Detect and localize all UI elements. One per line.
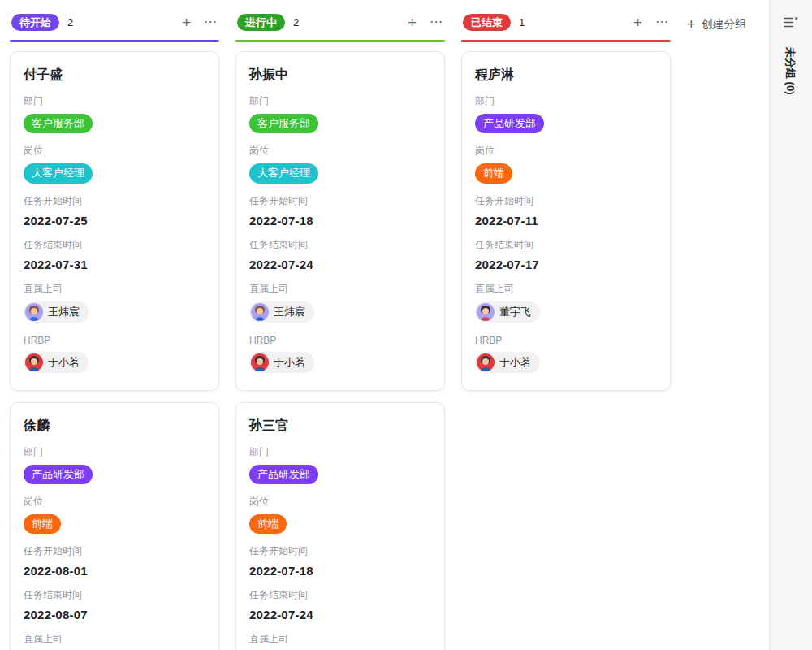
position-tag: 前端 [475, 163, 512, 183]
avatar-shirt [254, 317, 266, 321]
field-supervisor: 直属上司 董宇飞 [24, 632, 205, 650]
field-label: 部门 [249, 94, 431, 108]
person-chip: 于小茗 [475, 352, 540, 373]
avatar [477, 353, 495, 371]
more-options-button[interactable]: ⋯ [655, 15, 669, 28]
person-name: 王炜宸 [48, 305, 80, 319]
field-department: 部门 客户服务部 [24, 94, 205, 133]
field-task-end: 任务结束时间 2022-07-24 [249, 238, 431, 271]
avatar [251, 353, 269, 371]
field-label: 任务结束时间 [249, 238, 431, 252]
more-options-button[interactable]: ⋯ [430, 15, 443, 28]
department-tag: 产品研发部 [24, 465, 93, 484]
field-task-start: 任务开始时间 2022-07-18 [249, 194, 431, 228]
field-label: 任务结束时间 [24, 588, 205, 602]
person-chip: 于小茗 [249, 352, 314, 373]
task-start-date: 2022-07-25 [24, 214, 205, 228]
column-status-badge[interactable]: 待开始 [11, 14, 59, 31]
task-start-date: 2022-07-18 [249, 564, 431, 578]
department-tag: 客户服务部 [24, 114, 93, 133]
column-color-bar [461, 40, 671, 42]
field-label: 直属上司 [475, 282, 657, 296]
card-title: 程庐淋 [475, 67, 657, 84]
field-position: 岗位 大客户经理 [24, 144, 205, 183]
field-department: 部门 产品研发部 [475, 94, 657, 133]
avatar-shirt [28, 317, 40, 321]
column-color-bar [235, 40, 445, 42]
ungrouped-label[interactable]: 未分组 (0) [783, 47, 797, 95]
field-department: 部门 客户服务部 [249, 94, 431, 133]
field-label: 岗位 [249, 495, 431, 509]
add-card-button[interactable]: + [633, 15, 642, 30]
field-label: 任务开始时间 [475, 194, 657, 208]
add-card-button[interactable]: + [408, 15, 417, 30]
department-tag: 客户服务部 [249, 114, 318, 133]
field-label: 岗位 [24, 495, 205, 509]
field-task-end: 任务结束时间 2022-07-24 [249, 588, 431, 622]
avatar-shirt [480, 317, 491, 321]
more-options-button[interactable]: ⋯ [204, 15, 218, 28]
task-start-date: 2022-07-11 [475, 214, 657, 228]
field-position: 岗位 前端 [249, 495, 431, 534]
field-label: 直属上司 [24, 282, 205, 296]
card-title: 付子盛 [24, 67, 205, 84]
avatar-face [257, 358, 263, 365]
task-end-date: 2022-07-24 [249, 608, 431, 622]
field-supervisor: 直属上司 董宇飞 [249, 632, 431, 650]
field-label: 部门 [249, 445, 431, 459]
column-color-bar [10, 40, 219, 42]
kanban-card[interactable]: 孙三官 部门 产品研发部 岗位 前端 任务开始时间 2022-07-18 任务结… [235, 402, 445, 650]
field-label: 任务开始时间 [249, 544, 431, 558]
field-supervisor: 直属上司 王炜宸 [24, 282, 205, 324]
field-label: HRBP [475, 335, 657, 346]
field-label: HRBP [24, 335, 205, 346]
avatar-shirt [480, 367, 491, 371]
avatar [25, 303, 43, 321]
create-group-button[interactable]: + 创建分组 [687, 17, 747, 32]
position-tag: 前端 [24, 514, 61, 534]
card-title: 孙振中 [249, 67, 431, 84]
field-hrbp: HRBP 于小茗 [24, 335, 205, 375]
collapse-list-icon[interactable] [783, 15, 799, 29]
department-tag: 产品研发部 [475, 114, 544, 133]
field-label: 部门 [24, 445, 205, 459]
position-tag: 大客户经理 [249, 163, 318, 183]
person-name: 于小茗 [48, 355, 80, 370]
card-list: 程庐淋 部门 产品研发部 岗位 前端 任务开始时间 2022-07-11 任务结… [461, 51, 671, 391]
column-status-badge[interactable]: 进行中 [237, 14, 285, 31]
field-hrbp: HRBP 于小茗 [475, 335, 657, 375]
person-name: 于小茗 [499, 355, 531, 370]
kanban-card[interactable]: 徐麟 部门 产品研发部 岗位 前端 任务开始时间 2022-08-01 任务结束… [10, 402, 219, 650]
field-task-start: 任务开始时间 2022-07-18 [249, 544, 431, 578]
kanban-card[interactable]: 程庐淋 部门 产品研发部 岗位 前端 任务开始时间 2022-07-11 任务结… [461, 51, 671, 391]
column-status-badge[interactable]: 已结束 [463, 14, 511, 31]
person-chip: 王炜宸 [249, 301, 314, 323]
field-label: HRBP [249, 335, 431, 346]
plus-icon: + [687, 17, 696, 32]
column-count: 2 [67, 16, 73, 28]
avatar-shirt [28, 367, 40, 371]
add-card-button[interactable]: + [182, 15, 191, 30]
field-label: 任务结束时间 [24, 238, 205, 252]
field-label: 部门 [475, 94, 657, 108]
field-label: 岗位 [475, 144, 657, 158]
task-start-date: 2022-07-18 [249, 214, 431, 228]
column-count: 1 [519, 16, 525, 28]
task-start-date: 2022-08-01 [24, 564, 205, 578]
position-tag: 大客户经理 [24, 163, 93, 183]
field-label: 任务开始时间 [249, 194, 431, 208]
field-label: 直属上司 [24, 632, 205, 646]
field-label: 岗位 [24, 144, 205, 158]
avatar-face [31, 358, 37, 365]
kanban-board: 待开始 2 + ⋯ 付子盛 部门 客户服务部 岗位 大客户经理 任务开始时间 [10, 11, 747, 650]
field-label: 任务结束时间 [475, 238, 657, 252]
kanban-card[interactable]: 孙振中 部门 客户服务部 岗位 大客户经理 任务开始时间 2022-07-18 … [235, 51, 445, 391]
column-header: 已结束 1 + ⋯ [461, 11, 671, 32]
ungrouped-side-panel: 未分组 (0) [769, 0, 812, 650]
kanban-card[interactable]: 付子盛 部门 客户服务部 岗位 大客户经理 任务开始时间 2022-07-25 … [10, 51, 219, 391]
field-label: 任务开始时间 [24, 544, 205, 558]
position-tag: 前端 [249, 514, 287, 534]
kanban-column-in-progress: 进行中 2 + ⋯ 孙振中 部门 客户服务部 岗位 大客户经理 任务开始时间 [235, 11, 445, 650]
column-header: 进行中 2 + ⋯ [235, 11, 445, 32]
field-label: 岗位 [249, 144, 431, 158]
